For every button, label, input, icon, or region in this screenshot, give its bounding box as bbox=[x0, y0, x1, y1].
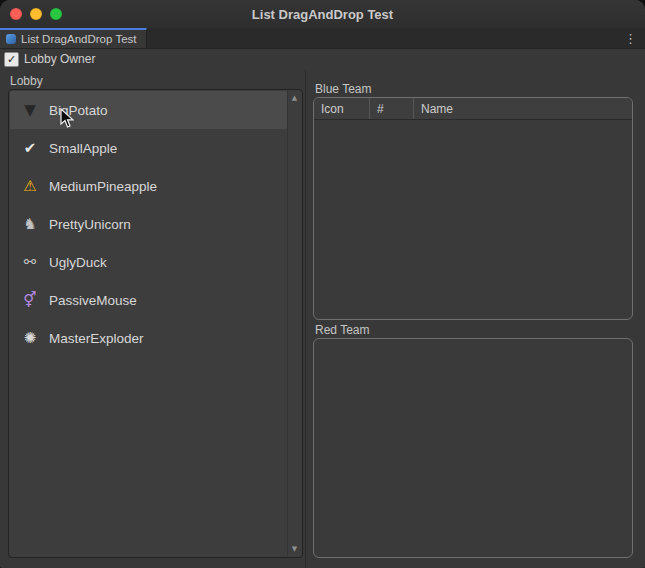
list-item-passivemouse[interactable]: ⚥ PassiveMouse bbox=[10, 281, 288, 319]
column-header-icon[interactable]: Icon bbox=[314, 98, 370, 119]
warning-icon: ⚠ bbox=[20, 176, 40, 196]
list-item-label: MasterExploder bbox=[49, 331, 144, 346]
list-item-label: UglyDuck bbox=[49, 255, 107, 270]
tab-label: List DragAndDrop Test bbox=[21, 33, 136, 45]
kebab-menu-icon[interactable]: ⋮ bbox=[624, 28, 637, 48]
lobby-label: Lobby bbox=[10, 74, 43, 88]
list-item-bigpotato[interactable]: ▼ BigPotato bbox=[10, 91, 288, 129]
blue-team-header: Icon # Name bbox=[314, 98, 632, 120]
column-header-number[interactable]: # bbox=[370, 98, 414, 119]
tab-strip: List DragAndDrop Test ⋮ bbox=[0, 28, 645, 49]
lobby-list: ▼ BigPotato ✔ SmallApple ⚠ MediumPineapp… bbox=[8, 89, 303, 558]
red-team-list[interactable] bbox=[313, 338, 633, 558]
unicorn-icon: ♞ bbox=[20, 214, 40, 234]
checkmark-icon: ✔ bbox=[20, 138, 40, 158]
list-item-label: SmallApple bbox=[49, 141, 117, 156]
vertical-scrollbar[interactable]: ▲ ▼ bbox=[287, 91, 301, 556]
column-header-name[interactable]: Name bbox=[414, 98, 632, 119]
list-item-mediumpineapple[interactable]: ⚠ MediumPineapple bbox=[10, 167, 288, 205]
check-icon: ✓ bbox=[7, 54, 16, 65]
list-item-label: BigPotato bbox=[49, 103, 108, 118]
lobby-owner-checkbox[interactable]: ✓ bbox=[4, 52, 19, 67]
scroll-down-icon[interactable]: ▼ bbox=[292, 545, 297, 553]
mouse-icon: ⚥ bbox=[20, 290, 40, 310]
pane-splitter[interactable] bbox=[305, 70, 306, 568]
zoom-button[interactable] bbox=[50, 8, 62, 20]
window-title: List DragAndDrop Test bbox=[252, 7, 393, 22]
list-item-masterexploder[interactable]: ✺ MasterExploder bbox=[10, 319, 288, 357]
app-window: List DragAndDrop Test List DragAndDrop T… bbox=[0, 0, 645, 568]
duck-icon: ⚯ bbox=[20, 252, 40, 272]
toolbar: ✓ Lobby Owner bbox=[0, 48, 645, 70]
list-item-prettyunicorn[interactable]: ♞ PrettyUnicorn bbox=[10, 205, 288, 243]
list-item-label: PassiveMouse bbox=[49, 293, 137, 308]
triangle-down-icon: ▼ bbox=[20, 100, 40, 120]
list-item-label: MediumPineapple bbox=[49, 179, 157, 194]
lobby-owner-label: Lobby Owner bbox=[24, 52, 95, 66]
scroll-up-icon[interactable]: ▲ bbox=[292, 94, 297, 102]
tab-icon bbox=[6, 34, 16, 44]
traffic-lights bbox=[10, 8, 62, 20]
lobby-list-rows: ▼ BigPotato ✔ SmallApple ⚠ MediumPineapp… bbox=[10, 91, 288, 357]
list-item-label: PrettyUnicorn bbox=[49, 217, 131, 232]
blue-team-label: Blue Team bbox=[315, 82, 371, 96]
explosion-icon: ✺ bbox=[20, 328, 40, 348]
red-team-label: Red Team bbox=[315, 323, 369, 337]
minimize-button[interactable] bbox=[30, 8, 42, 20]
blue-team-list[interactable]: Icon # Name bbox=[313, 97, 633, 320]
title-bar[interactable]: List DragAndDrop Test bbox=[0, 0, 645, 29]
list-item-smallapple[interactable]: ✔ SmallApple bbox=[10, 129, 288, 167]
list-item-uglyduck[interactable]: ⚯ UglyDuck bbox=[10, 243, 288, 281]
tab-list-draganddrop-test[interactable]: List DragAndDrop Test bbox=[0, 28, 147, 48]
close-button[interactable] bbox=[10, 8, 22, 20]
